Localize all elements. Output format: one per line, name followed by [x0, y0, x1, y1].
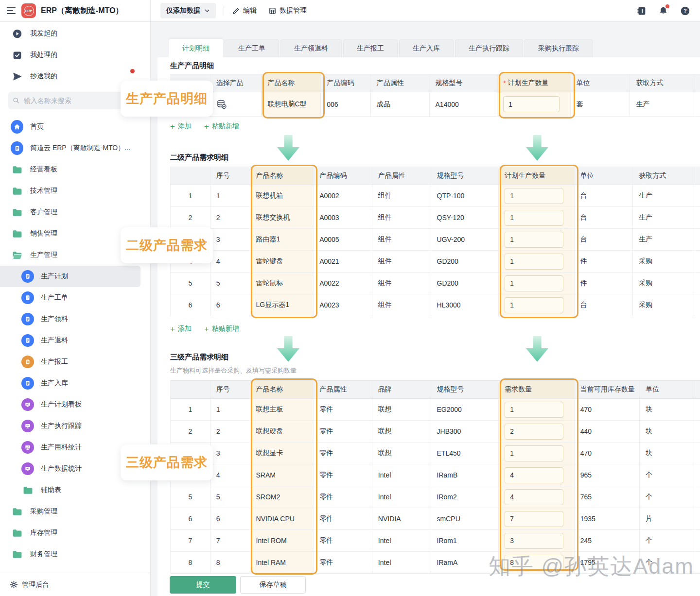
divider [224, 6, 224, 16]
plan-qty-input[interactable] [505, 275, 563, 291]
tab-inbound[interactable]: 生产入库 [399, 39, 454, 57]
tab-pick-return[interactable]: 生产领退料 [280, 39, 342, 57]
add-row-button[interactable]: +添加 [170, 324, 192, 333]
add-row-button[interactable]: +添加 [170, 122, 192, 131]
sidebar-item-home[interactable]: 首页 [0, 116, 150, 137]
demand-qty-input[interactable] [505, 402, 563, 418]
table-header: 序号 产品名称 产品编码 产品属性 规格型号 计划生产数量 单位 获取方式 [171, 167, 700, 185]
demand-qty-input[interactable] [505, 533, 563, 549]
tab-plan-detail[interactable]: 计划明细 [169, 39, 223, 57]
data-manage-button[interactable]: 数据管理 [268, 6, 307, 15]
plan-qty-input[interactable] [505, 188, 563, 204]
unit-cell: 套 [571, 92, 630, 116]
sidebar-item-label: 生产计划看板 [41, 400, 82, 409]
table-row: 1 1 联想主板 零件 联想 EG2000 470 块 [171, 399, 700, 421]
paste-add-button[interactable]: +粘贴新增 [204, 122, 239, 131]
plan-qty-input[interactable] [505, 210, 563, 226]
plan-qty-input[interactable] [505, 232, 563, 248]
admin-console-button[interactable]: 管理后台 [0, 573, 150, 596]
demand-qty-input[interactable] [505, 511, 563, 527]
form-panel: 生产产品明细 选择产品 产品名称 产品编码 产品属性 规格型号 *计划生产数量 … [158, 57, 700, 596]
callout-product-detail: 生产产品明细 [121, 81, 213, 117]
table-row: 1 联想电脑C型 006 成品 A14000 套 生产 [171, 92, 700, 117]
callout-level3-demand: 三级产品需求 [121, 444, 213, 480]
sidebar-item-app-erp[interactable]: 简道云 ERP（离散制造-MTO）... [0, 137, 150, 159]
sidebar-item-production-inbound[interactable]: 生产入库 [0, 373, 150, 394]
paste-add-button[interactable]: +粘贴新增 [204, 324, 239, 333]
notifications-button[interactable] [658, 6, 668, 16]
sidebar-item-plan-dashboard[interactable]: 生产计划看板 [0, 394, 150, 415]
sidebar-item-biz-dashboard[interactable]: 经营看板 [0, 159, 150, 180]
help-button[interactable]: ? [680, 6, 690, 16]
col-product-name: 产品名称 [250, 167, 314, 185]
col-brand: 品牌 [372, 381, 431, 398]
save-draft-button[interactable]: 保存草稿 [240, 576, 306, 594]
folder-open-icon [11, 251, 23, 259]
submit-button[interactable]: 提交 [170, 576, 236, 594]
sidebar-item-label: 生产报工 [41, 358, 68, 366]
demand-qty-input[interactable] [505, 445, 563, 461]
sidebar-item-customer-mgmt[interactable]: 客户管理 [0, 202, 150, 223]
detail-tabs: 计划明细 生产工单 生产领退料 生产报工 生产入库 生产执行跟踪 采购执行跟踪 [169, 39, 593, 57]
folder-icon [11, 208, 23, 217]
col-unit: 单位 [571, 74, 630, 92]
sidebar-item-production-picking[interactable]: 生产领料 [0, 308, 150, 330]
required-mark: * [503, 79, 506, 87]
select-product-cell[interactable] [210, 92, 262, 116]
product-name-cell: 联想主板 [250, 399, 314, 420]
tab-work-order[interactable]: 生产工单 [225, 39, 279, 57]
sidebar-item-aux-tables[interactable]: 辅助表 [0, 479, 150, 501]
sidebar-item-production-report[interactable]: 生产报工 [0, 351, 150, 373]
plan-qty-input[interactable] [505, 297, 563, 313]
sidebar-item-label: 生产领料 [41, 315, 68, 324]
spec-cell: A14000 [430, 92, 498, 116]
sidebar-item-production-workorder[interactable]: 生产工单 [0, 287, 150, 308]
flow-arrow-down-icon [526, 135, 548, 161]
sidebar-item-my-processed[interactable]: 我处理的 [0, 44, 150, 66]
product-name-cell: 联想机箱 [250, 185, 314, 206]
hamburger-menu-icon[interactable] [7, 7, 16, 14]
data-grid-icon [268, 7, 277, 15]
demand-qty-input[interactable] [505, 424, 563, 440]
sidebar-item-label: 采购管理 [30, 507, 57, 516]
sidebar-item-tech-mgmt[interactable]: 技术管理 [0, 180, 150, 202]
tab-report-work[interactable]: 生产报工 [343, 39, 398, 57]
app-logo: ERP [21, 3, 36, 18]
col-plan-qty: 计划生产数量 [499, 167, 575, 185]
folder-icon [11, 529, 23, 537]
plan-qty-input[interactable] [503, 96, 560, 112]
folder-icon [11, 187, 23, 195]
mode-dropdown-button[interactable]: 仅添加数据 [160, 3, 216, 18]
sidebar-item-inventory-mgmt[interactable]: 库存管理 [0, 522, 150, 544]
address-book-icon [636, 6, 647, 16]
demand-qty-input[interactable] [505, 489, 563, 505]
sidebar-item-production-return[interactable]: 生产退料 [0, 330, 150, 351]
edit-button[interactable]: 编辑 [232, 6, 257, 15]
data-manage-label: 数据管理 [280, 6, 307, 15]
col-product-code: 产品编码 [321, 74, 371, 92]
product-name-cell: SROM2 [250, 486, 314, 508]
table-row: 2 2 联想硬盘 零件 联想 JHB300 440 块 [171, 421, 700, 443]
sidebar-item-label: 生产数据统计 [41, 464, 82, 473]
pencil-icon [232, 7, 240, 15]
svg-text:?: ? [683, 8, 687, 14]
table-row: 4 4 SRAM 零件 Intel IRamB 965 个 [171, 464, 700, 486]
check-square-icon [11, 50, 23, 60]
tab-exec-tracking[interactable]: 生产执行跟踪 [455, 39, 523, 57]
tab-purchase-tracking[interactable]: 采购执行跟踪 [525, 39, 593, 57]
contacts-button[interactable] [636, 6, 647, 16]
sidebar-item-exec-tracking[interactable]: 生产执行跟踪 [0, 415, 150, 437]
doc-icon [21, 291, 34, 304]
sidebar-item-finance-mgmt[interactable]: 财务管理 [0, 544, 150, 565]
folder-icon [11, 550, 23, 559]
sidebar-item-purchase-mgmt[interactable]: 采购管理 [0, 501, 150, 522]
col-unit: 单位 [640, 381, 694, 398]
sidebar-item-my-initiated[interactable]: 我发起的 [0, 23, 150, 44]
sidebar-item-production-plan[interactable]: 生产计划 [0, 266, 140, 287]
sidebar-item-label: 技术管理 [30, 187, 57, 195]
flow-arrow-down-icon [526, 336, 548, 362]
plan-qty-input[interactable] [505, 254, 563, 270]
chevron-down-icon [204, 8, 210, 14]
sidebar-item-label: 库存管理 [30, 528, 57, 537]
demand-qty-input[interactable] [505, 467, 563, 483]
